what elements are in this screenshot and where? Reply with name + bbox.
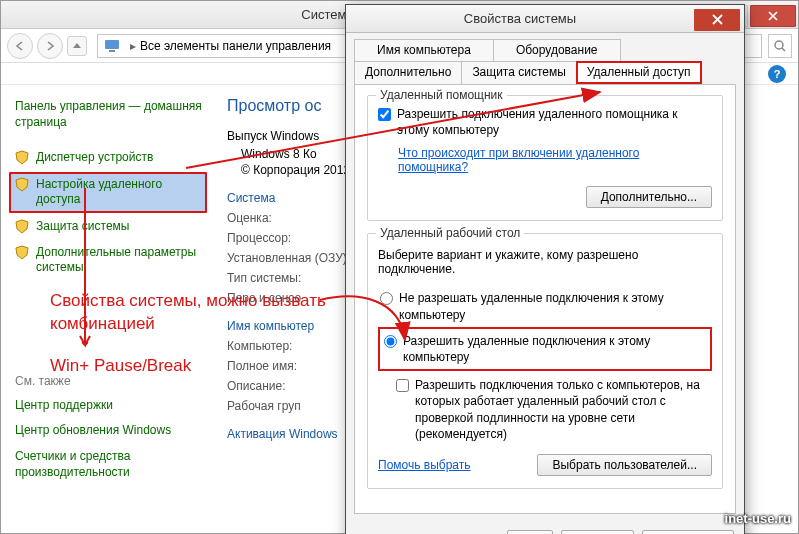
tab-remote[interactable]: Удаленный доступ (576, 61, 702, 84)
link-help-choose[interactable]: Помочь выбрать (378, 458, 471, 472)
seealso-perf[interactable]: Счетчики и средства производительности (9, 445, 211, 484)
sidebar-item-advanced[interactable]: Дополнительные параметры системы (9, 241, 211, 280)
shield-icon (15, 245, 30, 260)
dialog-close-button[interactable] (694, 9, 740, 31)
back-button[interactable] (7, 33, 33, 59)
group-legend-rdp: Удаленный рабочий стол (376, 226, 524, 240)
help-icon[interactable]: ? (768, 65, 786, 83)
svg-line-7 (782, 48, 785, 51)
svg-rect-5 (109, 50, 115, 52)
radio-allow-input[interactable] (384, 335, 397, 348)
chk-nla-input[interactable] (396, 379, 409, 392)
breadcrumb-parent: Все элементы панели управления (140, 39, 331, 53)
dialog-page: Удаленный помощник Разрешить подключения… (354, 84, 736, 514)
chk-nla[interactable]: Разрешить подключения только с компьютер… (394, 371, 712, 444)
up-button[interactable] (67, 36, 87, 56)
cancel-button[interactable]: Отмена (561, 530, 634, 534)
shield-icon (15, 150, 30, 165)
annotation-text-1: Свойства системы, можно вызвать комбинац… (50, 290, 350, 336)
select-users-button[interactable]: Выбрать пользователей... (537, 454, 712, 476)
group-rdp: Удаленный рабочий стол Выберите вариант … (367, 233, 723, 489)
group-legend-assist: Удаленный помощник (376, 88, 507, 102)
dialog-title: Свойства системы (346, 11, 694, 26)
shield-icon (15, 219, 30, 234)
dialog-titlebar: Свойства системы (346, 5, 744, 33)
assist-more-button[interactable]: Дополнительно... (586, 186, 712, 208)
watermark: inet-use.ru (725, 511, 791, 526)
sidebar-item-device-mgr[interactable]: Диспетчер устройств (9, 146, 211, 170)
radio-deny-input[interactable] (380, 292, 393, 305)
tab-computer-name[interactable]: Имя компьютера (354, 39, 494, 61)
chk-allow-assist-input[interactable] (378, 108, 391, 121)
shield-icon (15, 177, 30, 192)
tab-hardware[interactable]: Оборудование (493, 39, 621, 61)
radio-deny[interactable]: Не разрешать удаленные подключения к это… (378, 286, 712, 326)
search-button[interactable] (768, 34, 792, 58)
svg-line-3 (769, 12, 777, 20)
dialog-buttons: ОК Отмена Применить (346, 522, 744, 534)
group-remote-assist: Удаленный помощник Разрешить подключения… (367, 95, 723, 221)
tab-advanced[interactable]: Дополнительно (354, 61, 462, 84)
radio-allow[interactable]: Разрешить удаленные подключения к этому … (378, 327, 712, 371)
link-assist-help[interactable]: Что происходит при включении удаленного … (398, 146, 639, 174)
chk-allow-assist[interactable]: Разрешить подключения удаленного помощни… (378, 106, 712, 138)
apply-button[interactable]: Применить (642, 530, 734, 534)
tab-row-1: Имя компьютера Оборудование (346, 33, 744, 61)
svg-point-6 (775, 41, 783, 49)
forward-button[interactable] (37, 33, 63, 59)
rdp-desc: Выберите вариант и укажите, кому разреше… (378, 248, 712, 276)
annotation-text-2: Win+ Pause/Break (50, 355, 191, 378)
svg-line-2 (769, 12, 777, 20)
sidebar-item-remote[interactable]: Настройка удаленного доступа (9, 172, 207, 213)
tab-row-2: Дополнительно Защита системы Удаленный д… (346, 61, 744, 84)
tab-protection[interactable]: Защита системы (461, 61, 576, 84)
seealso-windows-update[interactable]: Центр обновления Windows (9, 419, 211, 443)
svg-rect-4 (105, 40, 119, 49)
ok-button[interactable]: ОК (507, 530, 553, 534)
sidebar-home[interactable]: Панель управления — домашняя страница (9, 95, 211, 134)
sidebar-item-protection[interactable]: Защита системы (9, 215, 211, 239)
system-properties-dialog: Свойства системы Имя компьютера Оборудов… (345, 4, 745, 534)
close-button[interactable] (750, 5, 796, 27)
seealso-action-center[interactable]: Центр поддержки (9, 394, 211, 418)
computer-icon (104, 38, 120, 54)
